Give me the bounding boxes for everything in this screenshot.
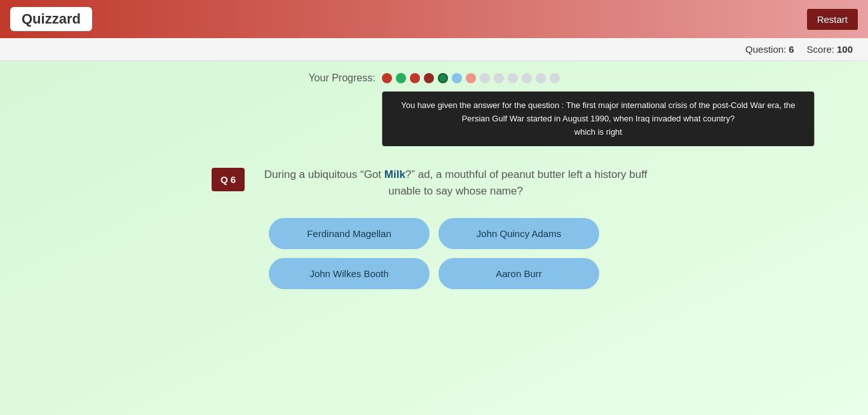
question-value: 6 <box>789 44 794 55</box>
progress-label: Your Progress: <box>308 72 375 84</box>
dot-10 <box>508 73 518 83</box>
dot-12 <box>536 73 546 83</box>
question-badge: Q 6 <box>212 168 245 191</box>
dot-4 <box>424 73 434 83</box>
answer-button-4[interactable]: Aaron Burr <box>438 258 599 289</box>
dot-5 <box>438 73 448 83</box>
answer-button-1[interactable]: Ferdinand Magellan <box>269 218 430 249</box>
answers-grid: Ferdinand Magellan John Quincy Adams Joh… <box>269 218 599 289</box>
question-label: Question: <box>745 44 786 55</box>
score-bar: Question: 6 Score: 100 <box>0 38 868 61</box>
answer-button-3[interactable]: John Wilkes Booth <box>269 258 430 289</box>
dot-6 <box>452 73 462 83</box>
restart-button[interactable]: Restart <box>807 9 858 30</box>
question-row: Q 6 During a ubiquitous “Got Milk?” ad, … <box>212 167 656 199</box>
question-text: During a ubiquitous “Got Milk?” ad, a mo… <box>255 167 656 199</box>
dot-1 <box>382 73 392 83</box>
highlight-milk: Milk <box>384 168 405 180</box>
progress-section: Your Progress: You have given the answer… <box>0 61 868 90</box>
header: Quizzard Restart <box>0 0 868 38</box>
tooltip-box: You have given the answer for the questi… <box>382 92 814 146</box>
dot-9 <box>494 73 504 83</box>
dot-2 <box>396 73 406 83</box>
dot-7 <box>466 73 476 83</box>
dot-8 <box>480 73 490 83</box>
progress-dots <box>382 73 560 83</box>
dot-11 <box>522 73 532 83</box>
dot-3 <box>410 73 420 83</box>
score-value: 100 <box>837 44 853 55</box>
dot-13 <box>550 73 560 83</box>
score-label: Score: <box>807 44 834 55</box>
answer-button-2[interactable]: John Quincy Adams <box>438 218 599 249</box>
tooltip-text: You have given the answer for the questi… <box>401 100 795 123</box>
logo: Quizzard <box>10 7 92 31</box>
tooltip-subtext: which is right <box>574 127 622 137</box>
